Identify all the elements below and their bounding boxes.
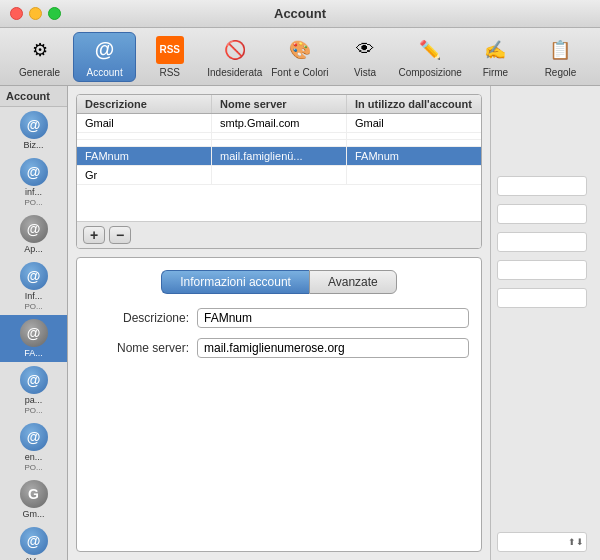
account-table: Descrizione Nome server In utilizzo dall… bbox=[76, 94, 482, 249]
toolbar: ⚙ Generale @ Account RSS RSS 🚫 Indesider… bbox=[0, 28, 600, 86]
toolbar-font-colori[interactable]: 🎨 Font e Colori bbox=[268, 32, 331, 82]
table-row-selected[interactable]: FAMnum mail.famiglienü... FAMnum bbox=[77, 147, 481, 166]
table-cell-utilizzo: FAMnum bbox=[347, 147, 481, 165]
right-field-4 bbox=[497, 260, 587, 280]
toolbar-vista-label: Vista bbox=[354, 67, 376, 78]
table-remove-button[interactable]: − bbox=[109, 226, 131, 244]
table-cell-utilizzo: Gmail bbox=[347, 114, 481, 132]
toolbar-generale[interactable]: ⚙ Generale bbox=[8, 32, 71, 82]
toolbar-regole-label: Regole bbox=[545, 67, 577, 78]
firme-icon: ✍️ bbox=[481, 36, 509, 64]
table-cell-descrizione: Gr bbox=[77, 166, 212, 184]
table-cell-utilizzo bbox=[347, 133, 481, 139]
close-button[interactable] bbox=[10, 7, 23, 20]
sidebar-item-pa[interactable]: @ pa... PO... bbox=[0, 362, 67, 419]
table-cell-server: mail.famiglienü... bbox=[212, 147, 347, 165]
sidebar-item-inf2-label: Inf... bbox=[25, 291, 43, 301]
toolbar-regole[interactable]: 📋 Regole bbox=[529, 32, 592, 82]
rss-icon: RSS bbox=[156, 36, 184, 64]
sidebar-item-fa[interactable]: @ FA... bbox=[0, 315, 67, 362]
sidebar-item-ap-label: Ap... bbox=[24, 244, 43, 254]
sidebar-icon-en: @ bbox=[20, 423, 48, 451]
sidebar-item-biz-label: Biz... bbox=[23, 140, 43, 150]
right-dropdown[interactable]: ⬆⬇ bbox=[497, 532, 587, 552]
table-cell-utilizzo bbox=[347, 166, 481, 184]
composizione-icon: ✏️ bbox=[416, 36, 444, 64]
sidebar-icon-fa: @ bbox=[20, 319, 48, 347]
sidebar-item-inf-type: PO... bbox=[24, 198, 42, 207]
table-cell-server bbox=[212, 140, 347, 146]
table-cell-server bbox=[212, 133, 347, 139]
detail-panel: Informazioni account Avanzate Descrizion… bbox=[76, 257, 482, 552]
toolbar-vista[interactable]: 👁 Vista bbox=[333, 32, 396, 82]
indesiderata-icon: 🚫 bbox=[221, 36, 249, 64]
right-field-5 bbox=[497, 288, 587, 308]
toolbar-rss[interactable]: RSS RSS bbox=[138, 32, 201, 82]
toolbar-indesiderata-label: Indesiderata bbox=[207, 67, 262, 78]
table-cell-server bbox=[212, 166, 347, 184]
col-nome-server: Nome server bbox=[212, 95, 347, 113]
table-cell-descrizione: Gmail bbox=[77, 114, 212, 132]
sidebar-item-inf2-type: PO... bbox=[24, 302, 42, 311]
table-row[interactable]: Gr bbox=[77, 166, 481, 185]
table-cell-server: smtp.Gmail.com bbox=[212, 114, 347, 132]
minimize-button[interactable] bbox=[29, 7, 42, 20]
sidebar-item-ap[interactable]: @ Ap... bbox=[0, 211, 67, 258]
table-buttons: + − bbox=[77, 221, 481, 248]
descrizione-input[interactable] bbox=[197, 308, 469, 328]
toolbar-composizione-label: Composizione bbox=[399, 67, 462, 78]
table-row[interactable]: Gmail smtp.Gmail.com Gmail bbox=[77, 114, 481, 133]
sidebar-header: Account bbox=[0, 86, 67, 107]
table-row[interactable] bbox=[77, 133, 481, 140]
tab-bar: Informazioni account Avanzate bbox=[89, 270, 469, 294]
sidebar-item-gm[interactable]: G Gm... bbox=[0, 476, 67, 523]
table-row[interactable] bbox=[77, 140, 481, 147]
main-area: Account @ Biz... @ inf... PO... @ Ap... … bbox=[0, 86, 600, 560]
sidebar-item-inf2[interactable]: @ Inf... PO... bbox=[0, 258, 67, 315]
generale-icon: ⚙ bbox=[26, 36, 54, 64]
col-descrizione: Descrizione bbox=[77, 95, 212, 113]
toolbar-firme[interactable]: ✍️ Firme bbox=[464, 32, 527, 82]
title-bar: Account bbox=[0, 0, 600, 28]
sidebar-icon-inf: @ bbox=[20, 158, 48, 186]
table-cell-descrizione bbox=[77, 140, 212, 146]
toolbar-account[interactable]: @ Account bbox=[73, 32, 136, 82]
col-in-utilizzo: In utilizzo dall'account bbox=[347, 95, 481, 113]
window-controls bbox=[10, 7, 61, 20]
table-cell-descrizione bbox=[77, 133, 212, 139]
nome-server-label: Nome server: bbox=[89, 341, 189, 355]
sidebar-item-pa-type: PO... bbox=[24, 406, 42, 415]
sidebar-item-en[interactable]: @ en... PO... bbox=[0, 419, 67, 476]
vista-icon: 👁 bbox=[351, 36, 379, 64]
right-field-2 bbox=[497, 204, 587, 224]
sidebar-item-av[interactable]: @ AV... bbox=[0, 523, 67, 560]
nome-server-input[interactable] bbox=[197, 338, 469, 358]
tab-avanzate[interactable]: Avanzate bbox=[309, 270, 397, 294]
table-add-button[interactable]: + bbox=[83, 226, 105, 244]
right-field-1 bbox=[497, 176, 587, 196]
sidebar-icon-gm: G bbox=[20, 480, 48, 508]
form-row-nome-server: Nome server: bbox=[89, 338, 469, 358]
toolbar-account-label: Account bbox=[87, 67, 123, 78]
sidebar-item-inf[interactable]: @ inf... PO... bbox=[0, 154, 67, 211]
regole-icon: 📋 bbox=[546, 36, 574, 64]
account-icon: @ bbox=[91, 36, 119, 64]
sidebar-item-en-label: en... bbox=[25, 452, 43, 462]
sidebar-item-biz[interactable]: @ Biz... bbox=[0, 107, 67, 154]
descrizione-label: Descrizione: bbox=[89, 311, 189, 325]
tab-informazioni[interactable]: Informazioni account bbox=[161, 270, 309, 294]
sidebar-icon-av: @ bbox=[20, 527, 48, 555]
sidebar-icon-pa: @ bbox=[20, 366, 48, 394]
table-body[interactable]: Gmail smtp.Gmail.com Gmail FAMnum mail.f bbox=[77, 114, 481, 221]
right-field-3 bbox=[497, 232, 587, 252]
sidebar-icon-inf2: @ bbox=[20, 262, 48, 290]
toolbar-composizione[interactable]: ✏️ Composizione bbox=[399, 32, 462, 82]
toolbar-generale-label: Generale bbox=[19, 67, 60, 78]
right-sidebar: ⬆⬇ bbox=[490, 86, 600, 560]
toolbar-indesiderata[interactable]: 🚫 Indesiderata bbox=[203, 32, 266, 82]
maximize-button[interactable] bbox=[48, 7, 61, 20]
sidebar-icon-ap: @ bbox=[20, 215, 48, 243]
sidebar-item-en-type: PO... bbox=[24, 463, 42, 472]
sidebar-item-pa-label: pa... bbox=[25, 395, 43, 405]
table-header: Descrizione Nome server In utilizzo dall… bbox=[77, 95, 481, 114]
